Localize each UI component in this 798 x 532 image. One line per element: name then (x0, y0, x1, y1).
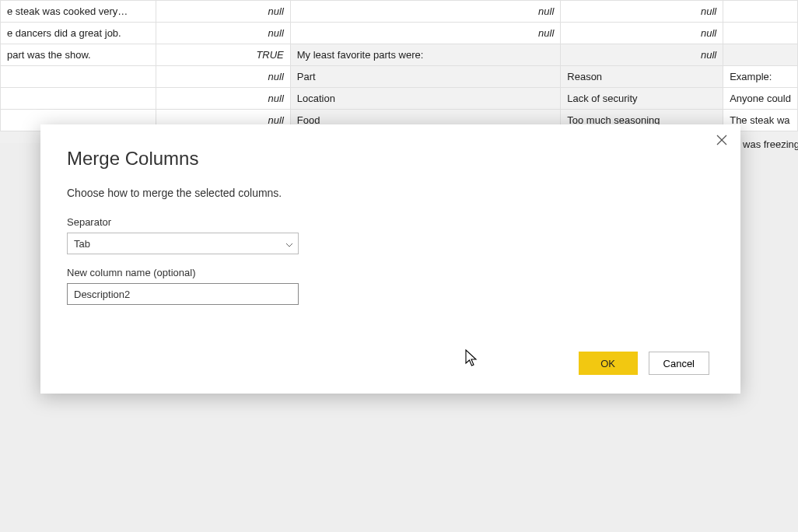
separator-label: Separator (67, 216, 714, 228)
table-cell[interactable]: part was the show. (1, 44, 156, 66)
data-grid[interactable]: e steak was cooked very…nullnullnulle da… (0, 0, 798, 131)
table-cell[interactable]: null (561, 44, 723, 66)
table-cell[interactable]: Anyone could (723, 88, 798, 110)
new-column-label: New column name (optional) (67, 267, 714, 278)
table-cell[interactable] (723, 44, 798, 66)
table-cell[interactable]: Location (290, 88, 561, 110)
table-cell[interactable]: null (290, 1, 561, 23)
close-button[interactable] (714, 132, 730, 148)
dialog-subtitle: Choose how to merge the selected columns… (67, 187, 714, 199)
trailing-row-text: was freezing (743, 138, 798, 150)
table-row[interactable]: nullLocationLack of securityAnyone could (1, 88, 798, 110)
table-cell[interactable]: null (290, 23, 561, 44)
table-cell[interactable]: e steak was cooked very… (1, 1, 156, 23)
table-cell[interactable]: TRUE (156, 44, 290, 66)
table-cell[interactable]: Reason (561, 66, 723, 88)
table-cell[interactable]: e dancers did a great job. (1, 23, 156, 44)
separator-select[interactable] (67, 233, 299, 254)
table-row[interactable]: e steak was cooked very…nullnullnull (1, 1, 798, 23)
table-cell[interactable]: Lack of security (561, 88, 723, 110)
table-row[interactable]: nullPartReasonExample: (1, 66, 798, 88)
table-cell[interactable] (1, 88, 156, 110)
table-row[interactable]: e dancers did a great job.nullnullnull (1, 23, 798, 44)
table-cell[interactable] (1, 66, 156, 88)
dialog-title: Merge Columns (67, 148, 714, 170)
table-cell[interactable]: null (156, 66, 290, 88)
table-row[interactable]: part was the show.TRUEMy least favorite … (1, 44, 798, 66)
table-cell[interactable] (723, 23, 798, 44)
table-cell[interactable]: null (156, 88, 290, 110)
table-cell[interactable]: null (561, 23, 723, 44)
table-cell[interactable]: My least favorite parts were: (290, 44, 561, 66)
table-cell[interactable]: Part (290, 66, 561, 88)
merge-columns-dialog: Merge Columns Choose how to merge the se… (40, 124, 740, 394)
ok-button[interactable]: OK (579, 352, 638, 375)
table-cell[interactable] (723, 1, 798, 23)
table-cell[interactable]: null (156, 23, 290, 44)
cancel-button[interactable]: Cancel (649, 352, 709, 375)
new-column-input[interactable] (67, 283, 299, 305)
table-cell[interactable]: null (561, 1, 723, 23)
table-cell[interactable]: Example: (723, 66, 798, 88)
table-cell[interactable]: null (156, 1, 290, 23)
close-icon (716, 135, 727, 145)
